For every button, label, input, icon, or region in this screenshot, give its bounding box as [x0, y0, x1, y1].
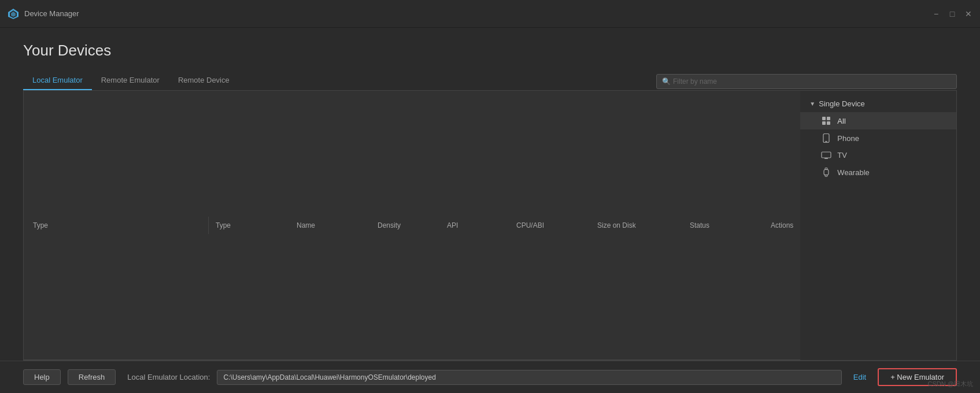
- th-type: Type: [209, 217, 290, 234]
- th-size: Size on Disk: [590, 217, 683, 234]
- bottom-bar: Help Refresh Local Emulator Location: Ed…: [0, 361, 980, 393]
- title-bar: Device Manager − □ ✕: [0, 0, 980, 28]
- app-logo: [7, 8, 20, 20]
- window-controls: − □ ✕: [931, 9, 973, 18]
- app-title: Device Manager: [24, 9, 79, 18]
- tabs-filter-row: Local Emulator Remote Emulator Remote De…: [23, 72, 957, 91]
- sidebar-item-phone[interactable]: Phone: [800, 129, 956, 147]
- svg-rect-9: [822, 152, 831, 158]
- svg-rect-5: [822, 121, 826, 125]
- sidebar-item-wearable[interactable]: Wearable: [800, 164, 956, 181]
- table-header: Type Name Density API CPU/ABI Size on Di…: [209, 217, 800, 234]
- sidebar: ▼ Single Device All: [800, 91, 956, 360]
- th-cpuabi: CPU/ABI: [509, 217, 590, 234]
- tv-icon: [821, 151, 831, 160]
- combined-header: Type Type Name Density API CPU/ABI Size …: [24, 91, 800, 360]
- phone-icon: [821, 134, 831, 143]
- sidebar-group-label: Single Device: [819, 99, 865, 108]
- close-button[interactable]: ✕: [964, 9, 973, 18]
- content-split: ▼ Single Device All: [800, 91, 956, 360]
- tab-remote-device[interactable]: Remote Device: [169, 72, 239, 90]
- help-button[interactable]: Help: [23, 369, 61, 385]
- svg-rect-8: [825, 141, 827, 142]
- sidebar-item-phone-label: Phone: [837, 134, 859, 143]
- arrow-icon: ▼: [809, 101, 815, 107]
- edit-button[interactable]: Edit: [849, 370, 871, 384]
- th-actions: Actions: [764, 217, 800, 234]
- svg-rect-12: [824, 169, 829, 175]
- sidebar-group-single-device[interactable]: ▼ Single Device: [800, 95, 956, 112]
- th-name: Name: [290, 217, 371, 234]
- sidebar-type-header: Type: [24, 217, 209, 234]
- wearable-icon: [821, 168, 831, 177]
- svg-rect-3: [822, 117, 826, 120]
- sidebar-item-wearable-label: Wearable: [837, 168, 869, 177]
- svg-rect-13: [825, 168, 827, 170]
- th-api: API: [440, 217, 509, 234]
- sidebar-item-all[interactable]: All: [800, 112, 956, 129]
- minimize-button[interactable]: −: [931, 9, 941, 18]
- page-title: Your Devices: [23, 42, 957, 60]
- search-icon: 🔍: [662, 77, 671, 86]
- tab-bar: Local Emulator Remote Emulator Remote De…: [23, 72, 239, 90]
- sidebar-item-tv-label: TV: [837, 151, 847, 160]
- svg-rect-14: [825, 175, 827, 177]
- refresh-button[interactable]: Refresh: [68, 369, 116, 385]
- th-status: Status: [683, 217, 764, 234]
- tab-remote-emulator[interactable]: Remote Emulator: [92, 72, 169, 90]
- sidebar-item-all-label: All: [837, 117, 845, 125]
- svg-rect-11: [826, 158, 827, 159]
- tab-local-emulator[interactable]: Local Emulator: [23, 72, 92, 90]
- svg-rect-6: [827, 121, 830, 125]
- svg-rect-4: [827, 117, 830, 120]
- maximize-button[interactable]: □: [948, 9, 957, 18]
- th-density: Density: [371, 217, 440, 234]
- body-area: Type Type Name Density API CPU/ABI Size …: [23, 91, 957, 361]
- filter-input-wrap: 🔍: [656, 74, 957, 89]
- all-icon: [821, 116, 831, 125]
- sidebar-item-tv[interactable]: TV: [800, 147, 956, 164]
- location-input[interactable]: [217, 370, 841, 385]
- main-content: Your Devices Local Emulator Remote Emula…: [0, 28, 980, 361]
- watermark: CSDN @田木坑: [928, 380, 973, 388]
- filter-bar: 🔍: [656, 74, 957, 89]
- location-label: Local Emulator Location:: [127, 373, 210, 381]
- filter-input[interactable]: [656, 74, 957, 89]
